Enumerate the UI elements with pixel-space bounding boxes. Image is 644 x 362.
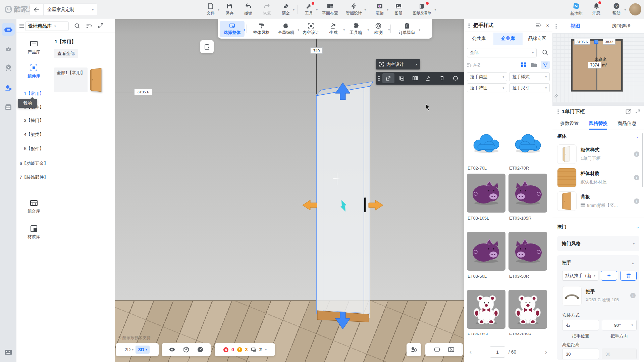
product-card[interactable]: ET03-50R [508,232,547,279]
collapse-panel-icon[interactable] [536,23,541,28]
category-常用[interactable]: 1【常用】 [16,91,51,97]
check-button[interactable]: 检测 ▾ [368,21,388,37]
library-item-label[interactable]: 全部1【常用】 [54,67,88,92]
filter-handle-style[interactable]: 拉手样式▾ [509,72,550,81]
category-功能五金[interactable]: 6【功能五金】 [16,161,51,167]
handle-direction-select[interactable]: 90° ▾ [602,320,637,330]
edge-distance-input-1[interactable]: 30 [562,349,599,359]
view-all-button[interactable]: 查看全部 [54,49,78,58]
next-page-button[interactable]: › [545,349,547,356]
order-submit-button[interactable]: 订单提审 ▾ [393,21,421,37]
rename-edit-icon[interactable] [626,109,631,115]
prop-item-cabinet-style[interactable]: 柜体样式 1单门下柜 i [557,144,639,164]
floorplan-button[interactable]: 平面布置 [318,1,342,17]
walkthrough-view-icon[interactable] [447,346,455,353]
vip-crown-button[interactable] [2,42,15,55]
sort-filter-icon[interactable] [86,24,92,28]
product-card[interactable]: ET04-105R [508,290,547,335]
search-icon[interactable] [74,23,80,29]
file-button[interactable]: 文件 ▾ [201,1,220,17]
tools-button[interactable]: 工具 ▾ [300,1,318,17]
tab-enterprise-library[interactable]: 企业库 [493,33,523,45]
door-thumbnail[interactable] [89,68,104,92]
clipboard-button[interactable] [200,40,214,53]
cube-view-icon[interactable] [183,346,190,353]
handle-position-input[interactable]: 右 [562,320,599,330]
panel-scrollbar[interactable] [642,133,643,187]
grid-view-icon[interactable] [521,62,526,67]
panel-drag-handle[interactable] [554,24,557,29]
sort-label[interactable]: A-Z [473,62,480,67]
search-icon[interactable] [542,49,548,56]
generate-tool-button[interactable] [423,73,435,83]
orbit-view-icon[interactable] [433,346,441,353]
section-door-header[interactable]: 掩门 ⌄ [557,224,639,230]
floorplan-minimap[interactable]: 3195.6 3832 未命名 7374 m² [552,33,644,102]
render-button[interactable]: 渲染 ▾ [370,1,389,17]
render-style-button[interactable] [407,343,421,356]
product-card[interactable]: ET02-70R [508,124,547,171]
issues-indicator-bar[interactable]: 0 3 2 ▾ [215,343,275,356]
inner-space-design-button[interactable]: 内空设计 › [376,59,420,70]
prop-item-cabinet-material[interactable]: 柜体材质 默认柜体材质 i [557,168,639,187]
filter-handle-type[interactable]: 拉手类型▾ [467,72,507,81]
library-item-row[interactable]: 全部1【常用】 [54,67,112,92]
resize-handle-icon[interactable] [554,93,559,98]
toolbox-button[interactable]: 工具箱 ▾ [343,21,368,37]
product-card[interactable]: ET03-50L [467,232,505,279]
project-type-selector[interactable]: 全屋家具定制 ▾ [44,3,97,16]
area-value-chip[interactable]: 7374 [588,62,601,69]
dimension-label-3195[interactable]: 3195.6 [134,89,152,95]
performance-gauge-icon[interactable] [197,346,204,353]
nav-combination-library[interactable]: 组合库 [16,199,51,214]
shortcut-keys-button[interactable] [2,346,15,359]
section-handle-header[interactable]: 把手 ▲ [557,255,639,266]
close-panel-icon[interactable]: × [546,22,549,28]
mode-3d-button[interactable]: 3D▾ [136,346,150,354]
product-card[interactable]: ET04-105L [467,290,505,335]
section-cabinet-header[interactable]: 柜体 ⌄ [557,133,639,139]
filter-handle-feature[interactable]: 拉手特征▾ [467,83,507,92]
product-card[interactable]: ET03-105L [467,174,505,221]
clear-button[interactable]: 清空 ▾ [276,1,295,17]
selected-cabinet-wireframe[interactable] [302,77,396,332]
filter-handle-size[interactable]: 拉手尺寸▾ [509,83,550,92]
generate-button[interactable]: 生成 ▾ [323,21,343,37]
info-icon[interactable]: i [634,198,639,204]
save-button[interactable]: 保存 [220,1,239,17]
info-icon[interactable]: i [630,293,636,298]
nav-product-library[interactable]: 产品库 [16,40,51,55]
move-left-arrow[interactable] [303,200,317,210]
back-button[interactable] [30,3,44,16]
panel-drag-handle[interactable] [468,23,470,28]
tab-product-info[interactable]: 商品信息 [618,121,636,127]
mode-2d-button[interactable]: 2D▾ [125,347,133,352]
category-配件[interactable]: 5【配件】 [16,146,51,152]
category-装饰部件[interactable]: 7【装饰部件】 [16,174,51,180]
select-whole-button[interactable]: 选择整体 ▾ [220,21,245,37]
wall-node-marker[interactable] [594,40,598,44]
new-features-button[interactable]: 新功能 [567,1,586,17]
tab-public-library[interactable]: 公共库 [464,33,493,45]
scale-tool-button[interactable] [382,73,394,83]
prop-item-backpanel[interactable]: 背板 9mm背板【竖... i [557,191,639,211]
badge-membership-button[interactable] [2,61,15,74]
inner-space-design-tab[interactable]: 内空设计 [299,21,323,37]
expand-panel-icon[interactable] [636,109,640,114]
sort-az-icon[interactable] [467,63,472,67]
more-tool-button[interactable] [449,73,462,83]
global-edit-button[interactable]: 全局编辑 ▾ [274,21,299,37]
page-input[interactable]: 1 [490,346,505,358]
library-selector[interactable]: 设计精品库 ▾ [25,21,69,31]
category-掩门[interactable]: 3【掩门】 [16,118,51,124]
product-card[interactable]: ET03-105R [508,174,547,221]
prev-page-button[interactable]: ‹ [470,349,472,356]
user-avatar[interactable] [629,3,641,15]
dimension-label-740[interactable]: 740 [310,47,323,54]
storage-cabinet-button[interactable] [2,100,15,114]
visibility-eye-icon[interactable] [169,346,175,353]
product-card[interactable]: ET02-70L [467,124,505,171]
expand-panel-icon[interactable] [98,23,103,28]
furniture-workspace-button[interactable] [2,23,15,36]
copy-add-button[interactable] [396,73,408,83]
